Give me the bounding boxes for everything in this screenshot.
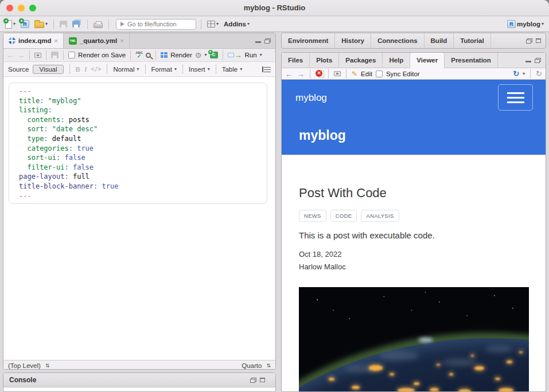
clear-viewer-icon[interactable]: ✕ xyxy=(316,70,323,77)
tab-quarto-yml[interactable]: YML _quarto.yml × xyxy=(64,33,130,48)
restore-pane-icon[interactable] xyxy=(264,38,271,44)
back-icon[interactable]: ← xyxy=(7,52,14,59)
render-on-save-checkbox[interactable] xyxy=(68,52,75,58)
close-icon[interactable]: × xyxy=(120,37,123,44)
separator xyxy=(69,64,70,74)
restore-pane-icon[interactable] xyxy=(535,58,541,63)
category-badge[interactable]: CODE xyxy=(330,210,357,222)
chevron-down-icon[interactable]: ▾ xyxy=(260,53,262,57)
site-navbar-brand[interactable]: myblog xyxy=(295,92,327,104)
maximize-pane-icon[interactable] xyxy=(260,378,265,382)
restore-pane-icon[interactable] xyxy=(526,38,532,44)
forward-icon[interactable]: → xyxy=(17,52,25,59)
editor-canvas[interactable]: ---title: "myblog"listing: contents: pos… xyxy=(3,77,275,360)
category-badge[interactable]: ANALYSIS xyxy=(361,210,399,222)
tab-viewer[interactable]: Viewer xyxy=(410,53,445,68)
paragraph-style-dropdown[interactable]: Normal ▾ xyxy=(113,66,139,73)
chevron-down-icon[interactable]: ▾ xyxy=(205,53,207,57)
pane-header-icons xyxy=(525,53,546,68)
files-tabbar: Files Plots Packages Help Viewer Present… xyxy=(282,53,546,68)
chevron-down-icon[interactable]: ▾ xyxy=(523,72,525,76)
save-icon[interactable] xyxy=(51,52,59,58)
tab-help[interactable]: Help xyxy=(383,53,410,68)
run-button[interactable]: Run xyxy=(245,52,257,58)
edit-pencil-icon[interactable]: ✎ xyxy=(352,70,357,77)
site-banner: myblog myblog xyxy=(282,80,546,155)
yaml-metadata-block[interactable]: ---title: "myblog"listing: contents: pos… xyxy=(9,83,267,204)
separator xyxy=(223,50,223,60)
tab-presentation[interactable]: Presentation xyxy=(445,53,498,68)
find-replace-icon[interactable] xyxy=(146,53,151,58)
sync-editor-checkbox[interactable] xyxy=(376,70,383,77)
tab-index-qmd[interactable]: index.qmd × xyxy=(3,33,64,48)
save-all-button[interactable] xyxy=(71,19,83,29)
open-file-button[interactable]: ▾ xyxy=(33,19,49,29)
hamburger-menu-button[interactable] xyxy=(498,84,533,111)
code-button[interactable]: </> xyxy=(91,66,101,72)
pane-layout-button[interactable]: ▾ xyxy=(206,19,220,29)
viewer-toolbar: ← → ✕ ✎ Edit Sync Editor ↻ ▾ ↻ xyxy=(282,68,546,80)
gear-icon[interactable]: ⚙ xyxy=(195,52,202,59)
separator xyxy=(145,64,146,74)
bold-button[interactable]: B xyxy=(76,66,80,73)
pane-header-icons xyxy=(250,378,270,383)
open-in-new-window-icon[interactable] xyxy=(334,71,341,76)
tab-tutorial[interactable]: Tutorial xyxy=(454,33,490,48)
restore-pane-icon[interactable] xyxy=(250,378,256,383)
new-file-icon xyxy=(5,20,12,29)
print-button[interactable] xyxy=(92,19,104,29)
tab-packages[interactable]: Packages xyxy=(339,53,383,68)
maximize-pane-icon[interactable] xyxy=(536,38,541,43)
tab-files[interactable]: Files xyxy=(282,53,310,68)
pane-header-icons xyxy=(526,33,546,48)
italic-button[interactable]: I xyxy=(84,66,87,73)
tab-environment[interactable]: Environment xyxy=(282,33,335,48)
tab-connections[interactable]: Connections xyxy=(371,33,425,48)
chevron-down-icon: ▾ xyxy=(542,22,544,26)
project-menu[interactable]: R myblog ▾ xyxy=(506,19,545,29)
console-header[interactable]: Console xyxy=(3,373,275,387)
render-button[interactable]: Render xyxy=(170,52,192,58)
refresh-icon[interactable]: ↻ xyxy=(536,70,542,77)
chevron-down-icon: ▾ xyxy=(247,22,250,26)
minimize-pane-icon[interactable] xyxy=(525,61,531,62)
editor-tabbar: index.qmd × YML _quarto.yml × xyxy=(3,33,275,49)
render-icon[interactable] xyxy=(161,52,168,58)
goto-file-search[interactable] xyxy=(116,19,196,30)
file-type-selector[interactable]: Quarto ⇅ xyxy=(242,362,271,369)
outline-toggle-icon[interactable] xyxy=(264,66,271,72)
goto-file-input[interactable] xyxy=(127,21,190,28)
insert-chunk-icon[interactable]: C xyxy=(210,52,218,58)
format-menu[interactable]: Format ▾ xyxy=(151,66,177,73)
tab-build[interactable]: Build xyxy=(425,33,454,48)
source-mode-button[interactable]: Source xyxy=(8,66,29,73)
new-file-button[interactable]: ▾ xyxy=(4,19,17,30)
separator xyxy=(310,69,310,79)
new-project-button[interactable]: R xyxy=(20,19,30,29)
addins-menu[interactable]: Addins ▾ xyxy=(223,19,251,29)
back-icon[interactable]: ← xyxy=(285,70,293,78)
chevron-down-icon: ▾ xyxy=(208,67,210,72)
source-pane: index.qmd × YML _quarto.yml × ← → Render… xyxy=(3,33,276,370)
tab-plots[interactable]: Plots xyxy=(310,53,339,68)
save-icon xyxy=(60,21,67,28)
open-in-new-window-icon[interactable] xyxy=(34,53,41,58)
tab-history[interactable]: History xyxy=(335,33,371,48)
close-icon[interactable]: × xyxy=(54,37,58,44)
minimize-pane-icon[interactable] xyxy=(255,41,261,43)
category-badge[interactable]: NEWS xyxy=(299,210,326,222)
forward-icon[interactable]: → xyxy=(297,70,305,78)
new-project-icon: R xyxy=(21,20,29,28)
sync-icon[interactable]: ↻ xyxy=(513,70,519,77)
print-icon xyxy=(94,23,103,28)
site-banner-title: myblog xyxy=(299,128,346,143)
save-button[interactable] xyxy=(59,19,68,29)
table-menu[interactable]: Table ▾ xyxy=(222,66,243,73)
insert-menu[interactable]: Insert ▾ xyxy=(189,66,210,73)
post-categories: NEWS CODE ANALYSIS xyxy=(299,210,399,222)
spellcheck-icon[interactable]: ABC ✓ xyxy=(135,51,143,59)
edit-button[interactable]: Edit xyxy=(361,70,372,77)
post-hero-image xyxy=(299,287,529,392)
scope-selector[interactable]: (Top Level) ⇅ xyxy=(8,362,49,369)
visual-mode-button[interactable]: Visual xyxy=(33,65,63,74)
